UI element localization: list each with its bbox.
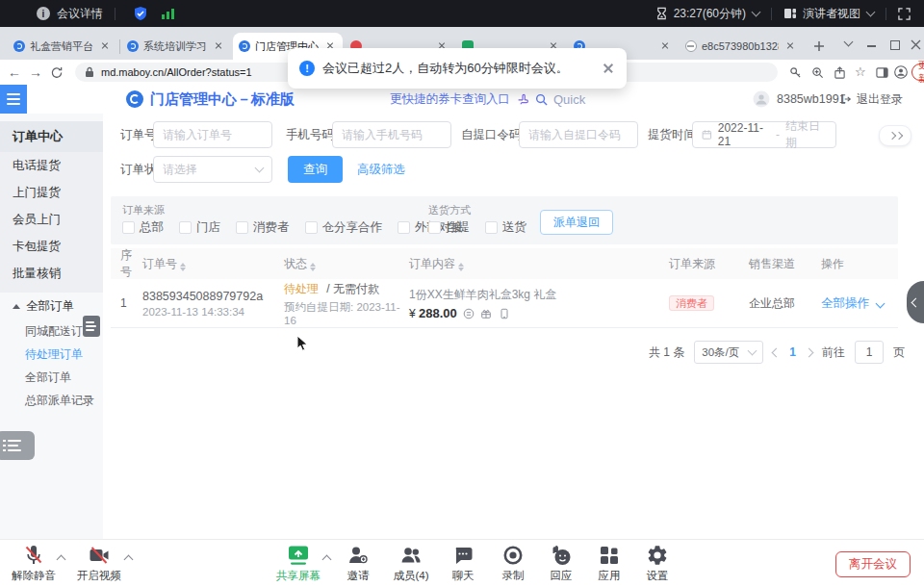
floating-order-list-button[interactable] (0, 431, 35, 460)
cell-source: 消费者 (669, 296, 749, 311)
sidebar-subitem-pending-orders[interactable]: 待处理订单 (0, 343, 103, 366)
col-source: 订单来源 (669, 256, 749, 272)
share-icon[interactable] (834, 66, 846, 79)
calendar-icon (702, 129, 712, 140)
page-size-select[interactable]: 30条/页 (694, 341, 763, 364)
quick-label[interactable]: Quick (553, 92, 585, 107)
pickup-code-input[interactable] (519, 121, 638, 148)
browser-tab-7[interactable]: e8c573980b1328a258fd2e61 (680, 33, 803, 60)
sidebar-section-order-center[interactable]: 订单中心 (0, 121, 103, 152)
tab-close-icon[interactable] (658, 39, 672, 53)
search-button[interactable]: 查询 (288, 156, 343, 183)
meeting-details-label[interactable]: 会议详情 (57, 6, 103, 22)
sidebar-item-card-pickup[interactable]: 卡包提货 (0, 233, 103, 260)
network-signal-icon[interactable] (162, 9, 174, 19)
current-page[interactable]: 1 (789, 345, 796, 359)
new-tab-button[interactable] (812, 39, 826, 53)
order-status-select[interactable]: 请选择 (153, 156, 272, 183)
settings-button[interactable]: 设置 (627, 544, 688, 583)
checkbox-delivery-selfpickup[interactable]: 自提 (428, 219, 470, 236)
browser-update-chip[interactable]: 更新 (911, 64, 924, 81)
checkbox-source-consumer[interactable]: 消费者 (236, 219, 290, 236)
order-no-input[interactable] (153, 121, 272, 148)
window-close-button[interactable] (911, 39, 921, 50)
checkbox-source-hq[interactable]: 总部 (122, 219, 164, 236)
cell-content: 1份XX生鲜羊肉礼盒3kg 礼盒 ¥ 288.00 (409, 287, 669, 320)
tab-close-icon[interactable] (212, 39, 225, 53)
bookmark-star-icon[interactable]: ☆ (855, 64, 866, 79)
sidebar-item-member-visit[interactable]: 会员上门 (0, 206, 103, 233)
phone-input[interactable] (332, 121, 451, 148)
sidebar-item-batch-verify[interactable]: 批量核销 (0, 260, 103, 287)
order-created-time: 2023-11-13 14:33:34 (142, 306, 284, 318)
window-maximize-button[interactable] (890, 40, 900, 50)
sidebar-item-phone-pickup[interactable]: 电话提货 (0, 152, 103, 179)
meeting-info-icon[interactable]: i (37, 7, 50, 20)
date-start-value: 2022-11-21 (718, 121, 770, 148)
pickup-note: 预约自提日期: 2023-11-16 (284, 300, 409, 326)
table-row[interactable]: 1 83859345088979792a 2023-11-13 14:33:34… (111, 279, 898, 328)
microphone-muted-icon (22, 544, 45, 567)
checkbox-delivery-deliver[interactable]: 送货 (485, 219, 526, 236)
advanced-filter-link[interactable]: 高级筛选 (357, 162, 405, 178)
site-favicon (685, 40, 697, 52)
share-screen-button[interactable]: 共享屏幕 (268, 544, 329, 583)
sort-icon[interactable] (180, 263, 186, 272)
toast-close-icon[interactable] (602, 62, 615, 75)
timer-dropdown-caret[interactable] (752, 8, 761, 17)
menu-hamburger-button[interactable] (0, 85, 27, 114)
refresh-icon[interactable] (46, 66, 67, 79)
profile-avatar-icon[interactable] (894, 65, 908, 79)
sidebar: 订单中心 电话提货 上门提货 会员上门 卡包提货 批量核销 全部订单 同城配送订… (0, 114, 103, 539)
password-key-icon[interactable] (789, 66, 802, 79)
zoom-icon[interactable] (811, 66, 824, 79)
side-panel-icon[interactable] (876, 66, 888, 79)
col-action: 操作 (821, 256, 898, 272)
sort-icon[interactable] (458, 263, 464, 272)
sidebar-subitem-all-orders[interactable]: 全部订单 (0, 366, 103, 389)
sidebar-subitem-hq-dispatch-log[interactable]: 总部派单记录 (0, 389, 103, 412)
quick-card-entry-link[interactable]: 更快捷的券卡查询入口 (390, 91, 510, 108)
quick-search-icon[interactable] (535, 93, 548, 106)
collapse-filters-button[interactable] (879, 125, 911, 146)
forward-icon[interactable]: → (25, 64, 46, 80)
reactions-label: 回应 (551, 569, 573, 583)
sort-icon[interactable] (310, 263, 316, 272)
order-no-value: 83859345088979792a (142, 290, 284, 303)
view-mode-caret[interactable] (866, 8, 876, 17)
meeting-timer: 23:27(60分钟) (674, 6, 746, 22)
delivery-group-label: 送货方式 (428, 203, 471, 217)
checkbox-source-warehouse-share[interactable]: 仓分享合作 (305, 219, 383, 236)
unmute-button[interactable]: 解除静音 (3, 544, 64, 583)
dispatch-return-button[interactable]: 派单退回 (540, 210, 613, 235)
tab-close-icon[interactable] (783, 39, 797, 53)
logout-button[interactable]: 退出登录 (857, 91, 903, 108)
checkbox-source-store[interactable]: 门店 (179, 219, 220, 236)
browser-tab-1[interactable]: 礼盒营销平台管理中心 (8, 33, 117, 60)
sidebar-drag-handle[interactable] (83, 316, 100, 337)
start-video-button[interactable]: 开启视频 (68, 544, 130, 583)
back-icon[interactable]: ← (4, 64, 25, 80)
leave-meeting-button[interactable]: 离开会议 (835, 551, 911, 577)
tab-close-icon[interactable] (98, 39, 112, 53)
security-shield-icon[interactable] (133, 6, 148, 21)
fullscreen-icon[interactable] (898, 8, 911, 20)
col-status[interactable]: 状态 (284, 256, 409, 272)
goto-page-input[interactable] (855, 341, 884, 364)
screen-share-icon (287, 544, 310, 567)
sidebar-item-door-pickup[interactable]: 上门提货 (0, 179, 103, 206)
meeting-top-bar: i 会议详情 23:27(60分钟) 演讲者视图 (0, 0, 924, 27)
table-header: 序号 订单号 状态 订单内容 订单来源 销售渠道 操作 (111, 248, 898, 280)
next-page-button[interactable] (805, 347, 814, 357)
row-action-dropdown[interactable]: 全部操作 (821, 295, 898, 312)
window-menu-caret[interactable] (844, 38, 854, 47)
browser-tab-2[interactable]: 系统培训学习 (121, 33, 231, 60)
source-group-label: 订单来源 (122, 203, 165, 217)
date-range-picker[interactable]: 2022-11-21 - 结束日期 (692, 121, 836, 148)
window-minimize-button[interactable] (867, 45, 876, 47)
col-order-no[interactable]: 订单号 (142, 256, 284, 272)
prev-page-button[interactable] (772, 347, 782, 357)
col-content[interactable]: 订单内容 (409, 256, 669, 272)
user-avatar[interactable] (753, 90, 770, 108)
view-mode-label[interactable]: 演讲者视图 (803, 6, 860, 22)
